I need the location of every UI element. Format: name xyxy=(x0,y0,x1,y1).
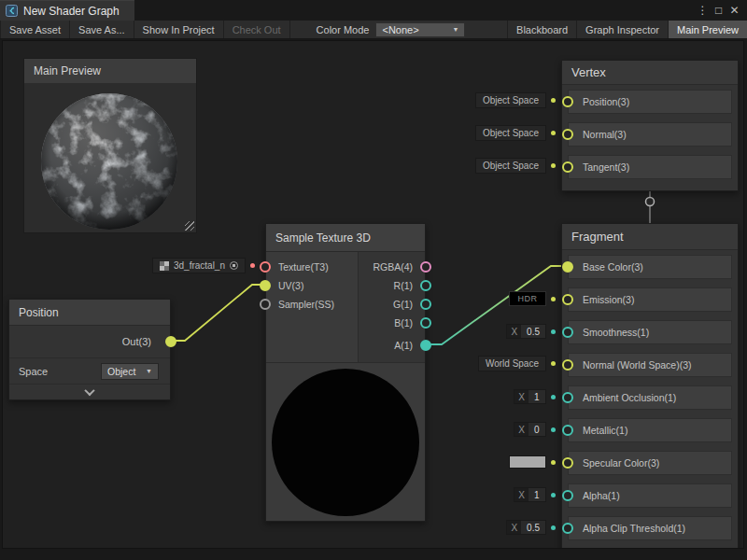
port-texture[interactable] xyxy=(260,261,271,273)
check-out-button: Check Out xyxy=(224,21,290,38)
port-out[interactable] xyxy=(165,336,176,347)
axis-label: X xyxy=(507,521,521,534)
fragment-node[interactable]: Fragment Base Color(3) Emission(3) Smoot… xyxy=(561,223,739,549)
specular-color-widget xyxy=(509,455,556,469)
output-row-rgba: RGBA(4) xyxy=(359,258,425,276)
alpha-clip-threshold-widget: X0.5 xyxy=(506,520,556,535)
port-metallic[interactable] xyxy=(562,425,573,436)
port-rgba[interactable] xyxy=(420,261,431,273)
edge-position-out-to-uv[interactable] xyxy=(171,285,265,341)
alpha-clip-threshold-field[interactable]: X0.5 xyxy=(506,520,546,535)
fragment-node-title[interactable]: Fragment xyxy=(562,224,738,250)
port-specular-color[interactable] xyxy=(562,457,573,469)
port-a[interactable] xyxy=(420,340,431,351)
fragment-row-specular-color: Specular Color(3) xyxy=(568,451,732,475)
hdr-color-swatch[interactable]: HDR xyxy=(509,291,546,306)
fragment-title-label: Fragment xyxy=(571,230,624,244)
slot-label: Emission(3) xyxy=(583,294,634,305)
slot-label: Specular Color(3) xyxy=(583,457,659,469)
maximize-icon[interactable]: □ xyxy=(711,4,726,17)
ambient-occlusion-field[interactable]: X1 xyxy=(514,389,546,404)
vertex-title-label: Vertex xyxy=(571,65,606,79)
metallic-widget: X0 xyxy=(514,422,556,437)
graph-canvas[interactable]: Main Preview xyxy=(2,40,744,549)
normal-space-widget-fragment: World Space xyxy=(478,356,556,371)
connector-dot xyxy=(551,460,556,465)
color-mode-dropdown[interactable]: <None> ▼ xyxy=(375,22,465,37)
save-asset-button[interactable]: Save Asset xyxy=(0,21,70,38)
port-b[interactable] xyxy=(420,317,431,329)
fragment-row-alpha: Alpha(1) xyxy=(568,483,732,508)
window-controls: ⋮ □ ✕ xyxy=(695,0,747,21)
alpha-field[interactable]: X1 xyxy=(514,487,546,502)
main-preview-panel[interactable]: Main Preview xyxy=(23,58,197,233)
fragment-row-metallic: Metallic(1) xyxy=(568,418,732,442)
vertex-node-title[interactable]: Vertex xyxy=(562,61,738,85)
port-alpha[interactable] xyxy=(562,490,573,501)
output-column: RGBA(4) R(1) G(1) B(1) xyxy=(358,252,425,362)
space-dropdown[interactable]: Object Space xyxy=(475,158,546,174)
port-alpha-clip-threshold[interactable] xyxy=(562,523,573,534)
slot-label: Position(3) xyxy=(583,96,629,107)
tab-new-shader-graph[interactable]: New Shader Graph xyxy=(0,0,134,21)
slot-label: Metallic(1) xyxy=(583,425,627,436)
unity-shader-graph-window: New Shader Graph ⋮ □ ✕ Save Asset Save A… xyxy=(0,0,747,560)
port-tangent[interactable] xyxy=(562,161,573,173)
close-icon[interactable]: ✕ xyxy=(726,4,742,17)
port-sampler[interactable] xyxy=(260,299,271,310)
slot-label: G(1) xyxy=(393,299,413,310)
input-row-texture: Texture(T3) xyxy=(266,258,358,276)
port-smoothness[interactable] xyxy=(562,327,573,338)
port-uv[interactable] xyxy=(260,280,271,291)
smoothness-field[interactable]: X0.5 xyxy=(506,324,546,339)
space-dropdown[interactable]: Object Space xyxy=(475,92,546,108)
port-position[interactable] xyxy=(562,96,573,107)
port-normal[interactable] xyxy=(562,129,573,140)
show-in-project-button[interactable]: Show In Project xyxy=(134,21,224,38)
position-space-row: Space Object ▼ xyxy=(9,357,170,384)
slot-label: Out(3) xyxy=(122,336,151,347)
menu-icon[interactable]: ⋮ xyxy=(695,4,711,17)
emission-widget: HDR xyxy=(509,291,556,306)
sample-texture-3d-node[interactable]: Sample Texture 3D Texture(T3) UV(3) Samp… xyxy=(265,223,426,522)
main-preview-header[interactable]: Main Preview xyxy=(24,59,196,83)
shaded-sphere-preview[interactable] xyxy=(39,91,179,231)
graph-inspector-toggle-button[interactable]: Graph Inspector xyxy=(576,21,668,38)
output-row-r: R(1) xyxy=(359,276,425,295)
tab-title: New Shader Graph xyxy=(23,5,120,18)
port-emission[interactable] xyxy=(562,294,573,305)
object-picker-icon[interactable] xyxy=(230,261,238,270)
port-r[interactable] xyxy=(420,280,431,291)
position-node-title[interactable]: Position xyxy=(9,300,170,326)
metallic-field[interactable]: X0 xyxy=(514,422,546,437)
fragment-row-ambient-occlusion: Ambient Occlusion(1) xyxy=(568,385,732,410)
space-dropdown[interactable]: World Space xyxy=(478,356,546,371)
specular-color-swatch[interactable] xyxy=(509,455,546,469)
position-node[interactable]: Position Out(3) Space Object ▼ xyxy=(8,299,171,400)
color-mode-group: Color Mode <None> ▼ xyxy=(317,21,466,38)
ambient-occlusion-widget: X1 xyxy=(514,389,556,404)
save-as-button[interactable]: Save As... xyxy=(70,21,134,38)
sample-texture-3d-title[interactable]: Sample Texture 3D xyxy=(266,224,425,252)
port-base-color[interactable] xyxy=(562,261,573,273)
resize-handle[interactable] xyxy=(185,221,194,231)
blackboard-toggle-button[interactable]: Blackboard xyxy=(507,21,576,38)
position-collapse-row[interactable] xyxy=(9,384,170,399)
vertex-node[interactable]: Vertex Position(3) Normal(3) Tangent(3) xyxy=(561,60,739,191)
port-normal-world-space[interactable] xyxy=(562,359,573,371)
fragment-row-alpha-clip: Alpha Clip Threshold(1) xyxy=(568,516,732,540)
connector-dot xyxy=(551,329,556,334)
toolbar: Save Asset Save As... Show In Project Ch… xyxy=(0,21,747,39)
slot-label: R(1) xyxy=(394,280,413,291)
space-dropdown[interactable]: Object Space xyxy=(475,125,546,141)
port-g[interactable] xyxy=(420,299,431,310)
slot-label: Normal (World Space)(3) xyxy=(583,359,692,371)
vertex-fragment-link-icon xyxy=(646,198,655,206)
axis-label: X xyxy=(514,390,529,403)
texture-object-field[interactable]: 3d_fractal_n xyxy=(152,258,246,273)
space-dropdown[interactable]: Object ▼ xyxy=(101,363,159,380)
slot-label: A(1) xyxy=(394,340,413,351)
main-preview-toggle-button[interactable]: Main Preview xyxy=(668,21,747,38)
port-ambient-occlusion[interactable] xyxy=(562,392,573,403)
axis-label: X xyxy=(514,488,529,501)
